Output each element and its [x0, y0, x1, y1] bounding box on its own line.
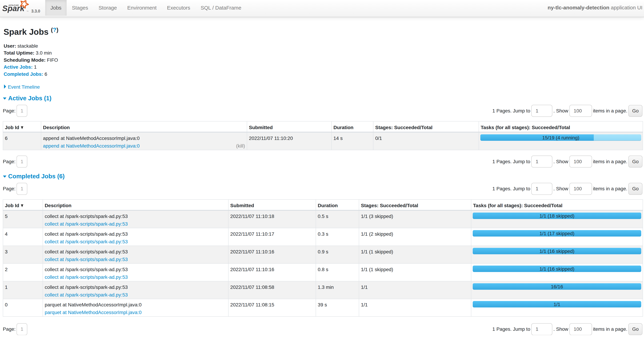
- svg-text:TM: TM: [26, 10, 28, 12]
